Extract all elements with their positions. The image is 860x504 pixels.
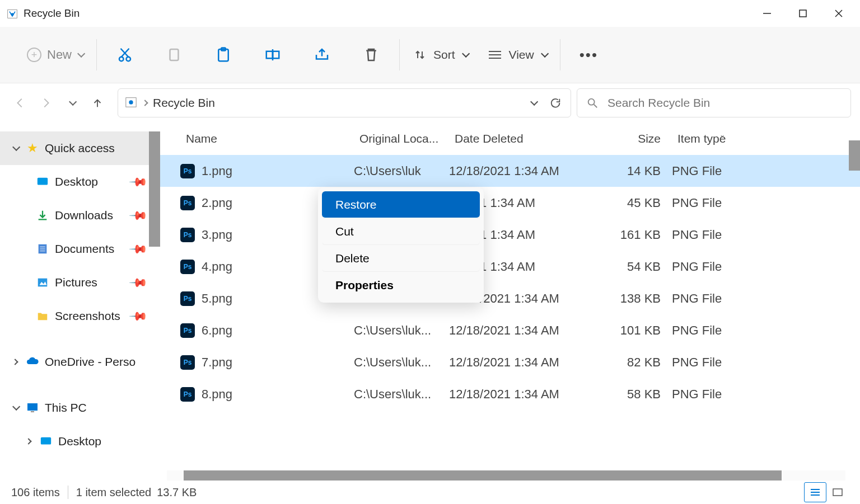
paste-button[interactable] <box>209 40 238 69</box>
file-row[interactable]: Ps7.png C:\Users\luk... 12/18/2021 1:34 … <box>160 346 860 378</box>
pin-icon: 📌 <box>128 272 148 292</box>
back-button[interactable] <box>9 92 31 114</box>
chevron-down-icon <box>10 405 20 411</box>
horizontal-scrollbar[interactable] <box>167 470 845 481</box>
close-button[interactable] <box>821 2 857 25</box>
sidebar-downloads[interactable]: Downloads 📌 <box>0 199 160 232</box>
context-properties[interactable]: Properties <box>322 272 480 299</box>
maximize-button[interactable] <box>785 2 821 25</box>
window-title: Recycle Bin <box>24 7 749 20</box>
details-view-toggle[interactable] <box>804 482 826 502</box>
plus-icon: + <box>27 48 41 62</box>
sidebar-desktop-2[interactable]: Desktop <box>0 425 160 458</box>
documents-icon <box>36 242 49 256</box>
scrollbar-thumb[interactable] <box>184 470 782 481</box>
svg-rect-32 <box>41 437 51 445</box>
photoshop-icon: Ps <box>180 196 195 210</box>
sidebar-quick-access[interactable]: ★ Quick access <box>0 131 160 165</box>
column-date-deleted[interactable]: Date Deleted <box>449 132 579 145</box>
sidebar-desktop[interactable]: Desktop 📌 <box>0 165 160 199</box>
sidebar-this-pc[interactable]: This PC <box>0 391 160 425</box>
minimize-button[interactable] <box>749 2 785 25</box>
file-size: 82 KB <box>579 355 672 370</box>
photoshop-icon: Ps <box>180 355 195 370</box>
up-button[interactable] <box>86 92 109 114</box>
svg-rect-23 <box>38 178 48 185</box>
sidebar-label: Documents <box>55 242 114 256</box>
breadcrumb[interactable]: Recycle Bin <box>153 96 215 110</box>
column-size[interactable]: Size <box>579 132 672 145</box>
chevron-down-icon <box>541 50 549 58</box>
delete-button[interactable] <box>357 40 386 69</box>
file-name: 7.png <box>202 355 232 370</box>
share-button[interactable] <box>307 40 336 69</box>
chevron-down-icon <box>10 145 20 151</box>
search-bar[interactable] <box>577 88 851 117</box>
thumbnails-view-toggle[interactable] <box>826 482 849 502</box>
more-button[interactable]: ••• <box>579 46 598 64</box>
recycle-bin-icon <box>7 8 18 19</box>
file-location: C:\Users\luk... <box>354 355 449 370</box>
context-restore[interactable]: Restore <box>322 191 480 218</box>
pin-icon: 📌 <box>128 172 148 191</box>
svg-line-22 <box>594 105 597 108</box>
title-bar: Recycle Bin <box>0 0 860 27</box>
column-name[interactable]: Name <box>180 132 354 145</box>
file-row[interactable]: Ps6.png C:\Users\luk... 12/18/2021 1:34 … <box>160 314 860 346</box>
file-size: 58 KB <box>579 387 672 402</box>
file-row[interactable]: Ps3.png 8/2021 1:34 AM 161 KB PNG File <box>160 219 860 251</box>
star-icon: ★ <box>26 142 39 155</box>
address-dropdown[interactable] <box>525 100 541 106</box>
file-row[interactable]: Ps4.png 8/2021 1:34 AM 54 KB PNG File <box>160 251 860 282</box>
chevron-right-icon <box>142 100 148 106</box>
refresh-button[interactable] <box>547 97 564 109</box>
view-button[interactable]: View <box>488 48 546 62</box>
file-size: 101 KB <box>579 323 672 338</box>
sidebar-scrollbar[interactable] <box>149 131 160 247</box>
svg-rect-10 <box>170 49 179 60</box>
sort-button[interactable]: Sort <box>413 48 468 62</box>
file-size: 54 KB <box>579 260 672 274</box>
file-size: 138 KB <box>579 291 672 306</box>
sidebar-label: Screenshots <box>55 309 120 323</box>
photoshop-icon: Ps <box>180 228 195 242</box>
sidebar: ★ Quick access Desktop 📌 Downloads 📌 Doc… <box>0 123 160 481</box>
sidebar-pictures[interactable]: Pictures 📌 <box>0 266 160 299</box>
context-cut[interactable]: Cut <box>322 218 480 245</box>
address-bar[interactable]: Recycle Bin <box>118 88 571 117</box>
window-controls <box>749 2 857 25</box>
sidebar-label: OneDrive - Perso <box>45 355 135 369</box>
separator <box>560 39 560 70</box>
recent-dropdown[interactable] <box>60 92 83 114</box>
file-row[interactable]: Ps2.png 8/2021 1:34 AM 45 KB PNG File <box>160 187 860 219</box>
photoshop-icon: Ps <box>180 387 195 402</box>
sidebar-documents[interactable]: Documents 📌 <box>0 232 160 266</box>
file-type: PNG File <box>672 355 773 370</box>
file-row[interactable]: Ps8.png C:\Users\luk... 12/18/2021 1:34 … <box>160 378 860 410</box>
pc-icon <box>26 401 39 414</box>
sidebar-screenshots[interactable]: Screenshots 📌 <box>0 299 160 333</box>
file-size: 14 KB <box>579 164 672 178</box>
file-row[interactable]: Ps5.png C:\Users\luk... 12/18/2021 1:34 … <box>160 282 860 314</box>
new-label: New <box>47 48 72 62</box>
search-input[interactable] <box>607 96 842 110</box>
rename-button[interactable] <box>258 40 287 69</box>
content-scrollbar[interactable] <box>849 140 860 171</box>
new-button[interactable]: + New <box>27 48 83 62</box>
file-location: C:\Users\luk... <box>354 323 449 338</box>
sidebar-onedrive[interactable]: OneDrive - Perso <box>0 345 160 379</box>
chevron-right-icon <box>10 360 20 364</box>
column-original-location[interactable]: Original Loca... <box>354 132 449 145</box>
sort-label: Sort <box>433 48 455 62</box>
cut-button[interactable] <box>110 40 139 69</box>
file-row[interactable]: Ps1.png C:\Users\luk 12/18/2021 1:34 AM … <box>160 155 860 187</box>
context-delete[interactable]: Delete <box>322 245 480 272</box>
file-name: 3.png <box>202 228 232 242</box>
forward-button[interactable] <box>35 92 57 114</box>
column-item-type[interactable]: ⌄Item type <box>672 132 773 145</box>
file-location: C:\Users\luk... <box>354 387 449 402</box>
copy-button[interactable] <box>160 40 189 69</box>
pin-icon: 📌 <box>128 239 148 258</box>
pin-icon: 📌 <box>128 306 148 326</box>
photoshop-icon: Ps <box>180 260 195 274</box>
